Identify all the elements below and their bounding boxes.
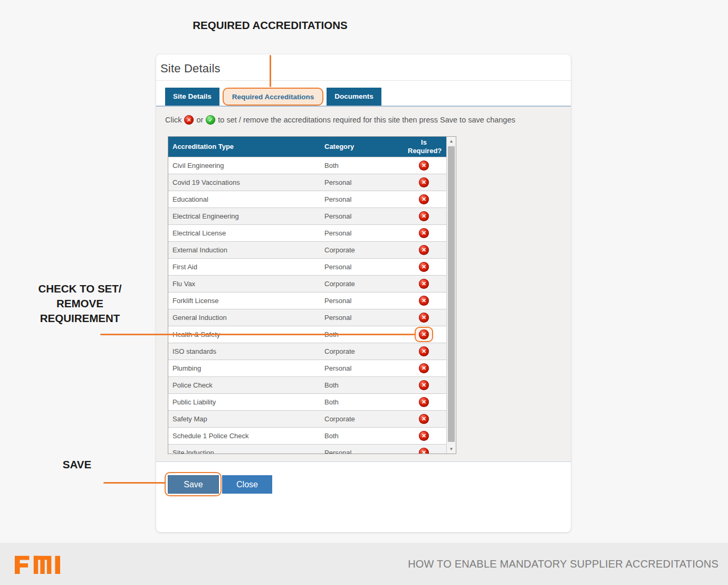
accreditations-table-container: Accreditation Type Category Is Required?…: [168, 136, 456, 454]
category-cell: Personal: [320, 309, 401, 326]
header-is-required: Is Required?: [401, 137, 446, 157]
table-row: Forklift License Personal: [168, 292, 446, 309]
required-toggle-wrap: [415, 209, 433, 224]
table-row: First Aid Personal: [168, 258, 446, 275]
accreditation-type-cell: External Induction: [168, 241, 320, 258]
category-cell: Personal: [320, 444, 401, 454]
required-toggle-wrap: [415, 428, 433, 444]
required-toggle-wrap: [415, 242, 433, 258]
required-toggle-x-icon[interactable]: [419, 329, 429, 339]
required-toggle-wrap: [415, 344, 433, 359]
scrollbar-down-icon[interactable]: ▼: [447, 445, 456, 454]
required-toggle-wrap: [415, 361, 433, 376]
table-header: Accreditation Type Category Is Required?: [168, 137, 446, 157]
accreditation-type-cell: Site Induction: [168, 444, 320, 454]
table-body: Civil Engineering Both Covid 19: [168, 157, 446, 454]
required-toggle-x-icon[interactable]: [419, 397, 429, 407]
required-toggle-wrap: [415, 225, 433, 241]
is-required-cell: [401, 224, 446, 241]
header-category: Category: [320, 137, 401, 157]
fmi-logo: [15, 554, 60, 574]
accreditation-type-cell: Flu Vax: [168, 275, 320, 292]
required-toggle-x-icon[interactable]: [419, 228, 429, 238]
required-toggle-x-icon[interactable]: [419, 313, 429, 323]
table-row: ISO standards Corporate: [168, 343, 446, 360]
required-toggle-wrap: [415, 158, 433, 173]
table-row: Flu Vax Corporate: [168, 275, 446, 292]
scrollbar-up-icon[interactable]: ▲: [447, 137, 456, 146]
table-row: Police Check Both: [168, 376, 446, 393]
modal-title: Site Details: [160, 62, 221, 76]
save-button-callout: [165, 472, 222, 496]
is-required-cell: [401, 343, 446, 360]
annotation-line-save: [103, 482, 166, 484]
category-cell: Corporate: [320, 241, 401, 258]
scrollbar-thumb[interactable]: [448, 146, 455, 442]
category-cell: Corporate: [320, 343, 401, 360]
required-toggle-x-icon[interactable]: [419, 346, 429, 356]
footer-bar: HOW TO ENABLE MANDATORY SUPPLIER ACCREDI…: [0, 543, 728, 585]
category-cell: Both: [320, 157, 401, 174]
required-toggle-x-icon[interactable]: [419, 448, 429, 454]
required-toggle-x-icon[interactable]: [419, 211, 429, 221]
accreditation-type-cell: Educational: [168, 191, 320, 207]
tab-required-accreditations[interactable]: Required Accreditations: [223, 88, 324, 106]
table-row: Public Liability Both: [168, 393, 446, 410]
required-toggle-wrap: [415, 378, 433, 393]
table-row: Covid 19 Vaccinations Personal: [168, 174, 446, 191]
is-required-cell: [401, 157, 446, 174]
category-cell: Personal: [320, 292, 401, 309]
is-required-cell: [401, 174, 446, 191]
category-cell: Corporate: [320, 275, 401, 292]
required-toggle-wrap: [415, 445, 433, 454]
table-scrollbar[interactable]: ▲ ▼: [446, 137, 456, 454]
accreditation-type-cell: Police Check: [168, 376, 320, 393]
table-row: Electrical Engineering Personal: [168, 207, 446, 224]
required-toggle-x-icon[interactable]: [419, 194, 429, 204]
is-required-cell: [401, 393, 446, 410]
is-required-cell: [401, 410, 446, 427]
category-cell: Personal: [320, 191, 401, 207]
table-row: Plumbing Personal: [168, 360, 446, 376]
required-toggle-x-icon[interactable]: [419, 245, 429, 255]
accreditations-table: Accreditation Type Category Is Required?…: [168, 137, 446, 454]
required-toggle-wrap: [415, 293, 433, 308]
instruction-part3: to set / remove the accreditations requi…: [218, 116, 515, 124]
category-cell: Personal: [320, 224, 401, 241]
required-toggle-wrap: [415, 394, 433, 410]
required-toggle-x-icon[interactable]: [419, 296, 429, 306]
category-cell: Both: [320, 376, 401, 393]
required-toggle-x-icon[interactable]: [419, 380, 429, 390]
category-cell: Both: [320, 427, 401, 444]
x-circle-icon: [184, 115, 194, 125]
accreditation-type-cell: Electrical License: [168, 224, 320, 241]
required-toggle-x-icon[interactable]: [419, 414, 429, 424]
tab-documents[interactable]: Documents: [327, 88, 381, 106]
required-toggle-x-icon[interactable]: [419, 177, 429, 187]
accreditation-type-cell: Covid 19 Vaccinations: [168, 174, 320, 191]
tab-content: Click or to set / remove the accreditati…: [156, 107, 571, 462]
accreditation-type-cell: Schedule 1 Police Check: [168, 427, 320, 444]
required-toggle-x-icon[interactable]: [419, 431, 429, 441]
required-toggle-x-icon[interactable]: [419, 161, 429, 171]
required-toggle-wrap: [415, 276, 433, 291]
required-toggle-wrap: [415, 192, 433, 207]
close-button[interactable]: Close: [222, 475, 272, 494]
is-required-cell: [401, 360, 446, 376]
is-required-cell: [401, 258, 446, 275]
instruction-text: Click or to set / remove the accreditati…: [165, 115, 515, 125]
required-toggle-x-icon[interactable]: [419, 363, 429, 373]
category-cell: Personal: [320, 360, 401, 376]
is-required-cell: [401, 427, 446, 444]
accreditation-type-cell: Forklift License: [168, 292, 320, 309]
required-toggle-wrap: [415, 175, 433, 190]
accreditation-type-cell: First Aid: [168, 258, 320, 275]
title-divider: [156, 80, 571, 81]
category-cell: Both: [320, 393, 401, 410]
accreditation-type-cell: Electrical Engineering: [168, 207, 320, 224]
tab-site-details[interactable]: Site Details: [165, 88, 219, 106]
required-toggle-x-icon[interactable]: [419, 262, 429, 272]
category-cell: Personal: [320, 174, 401, 191]
required-toggle-x-icon[interactable]: [419, 279, 429, 289]
required-toggle-wrap: [415, 310, 433, 325]
